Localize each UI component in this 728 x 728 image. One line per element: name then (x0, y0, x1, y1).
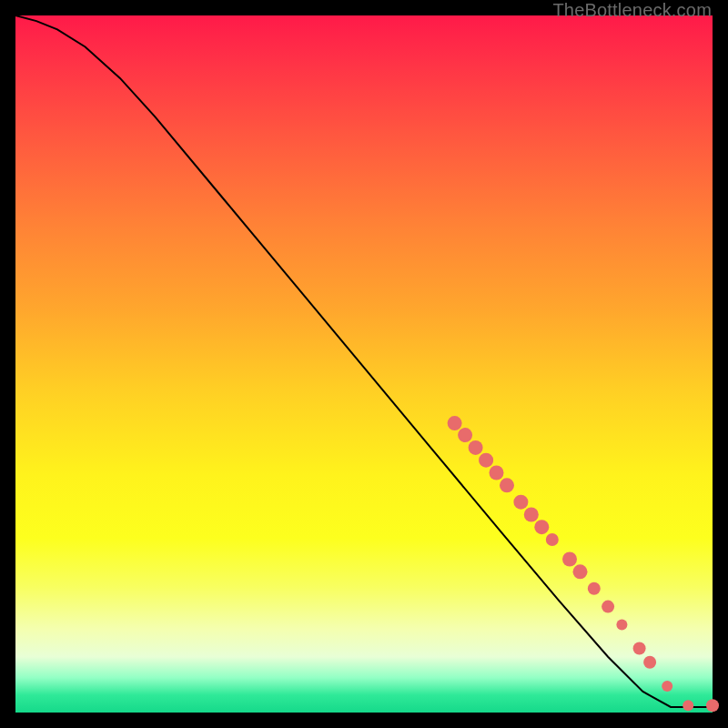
data-marker (643, 656, 656, 669)
data-marker (546, 533, 559, 546)
data-marker (662, 681, 672, 692)
data-marker (448, 416, 462, 430)
chart-frame: TheBottleneck.com (0, 0, 728, 728)
data-marker (562, 552, 577, 567)
marker-group (448, 416, 719, 712)
data-marker (479, 453, 493, 468)
attribution-label: TheBottleneck.com (552, 0, 712, 21)
data-marker (490, 466, 504, 480)
data-marker (458, 428, 472, 442)
data-marker (633, 642, 646, 655)
data-marker (500, 478, 514, 492)
data-marker (534, 520, 549, 534)
data-marker (706, 699, 719, 712)
data-marker (573, 564, 588, 579)
data-marker (469, 440, 483, 455)
data-marker (524, 508, 539, 522)
data-marker (602, 601, 614, 613)
data-marker (682, 700, 693, 711)
chart-svg (15, 15, 713, 713)
data-marker (513, 495, 528, 510)
data-marker (616, 620, 627, 631)
data-marker (588, 582, 601, 595)
